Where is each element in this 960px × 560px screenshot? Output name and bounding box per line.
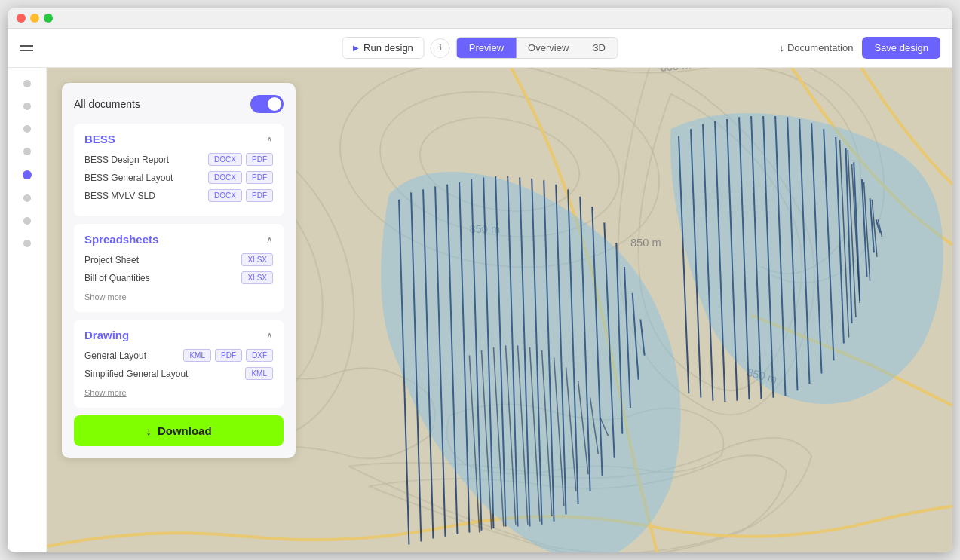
info-button[interactable]: ℹ	[431, 38, 450, 58]
play-icon: ▶	[353, 44, 359, 52]
bess-general-layout-row: BESS General Layout DOCX PDF	[84, 171, 273, 184]
simplified-general-layout-row: Simplified General Layout KML	[84, 367, 273, 380]
maximize-button[interactable]	[44, 14, 53, 23]
save-design-button[interactable]: Save design	[862, 37, 940, 59]
drawing-section-header: Drawing ∧	[84, 329, 273, 341]
sidebar-icon-2[interactable]	[23, 103, 31, 110]
spreadsheets-show-more[interactable]: Show more	[84, 292, 127, 301]
bess-mvlv-sld-row: BESS MVLV SLD DOCX PDF	[84, 189, 273, 202]
simplified-general-layout-badges: KML	[245, 367, 273, 380]
drawing-section: Drawing ∧ General Layout KML PDF DXF	[74, 320, 284, 408]
bess-design-report-docx-badge[interactable]: DOCX	[208, 153, 242, 166]
drawing-chevron-icon[interactable]: ∧	[266, 330, 273, 341]
bess-general-layout-pdf-badge[interactable]: PDF	[246, 171, 273, 184]
panel-header: All documents ✓	[74, 95, 284, 113]
general-layout-dxf-badge[interactable]: DXF	[246, 349, 273, 362]
sidebar-icons	[8, 68, 47, 552]
project-sheet-badges: XLSX	[241, 253, 273, 266]
app-container: ▶ Run design ℹ Preview Overview 3D ↓ Doc…	[8, 29, 952, 552]
general-layout-row: General Layout KML PDF DXF	[84, 349, 273, 362]
svg-text:850 m: 850 m	[630, 237, 661, 249]
general-layout-name: General Layout	[84, 350, 146, 361]
bess-mvlv-sld-badges: DOCX PDF	[208, 189, 273, 202]
download-icon: ↓	[779, 42, 784, 54]
view-tabs: Preview Overview 3D	[456, 37, 618, 59]
bess-section: BESS ∧ BESS Design Report DOCX PDF BESS …	[74, 124, 284, 216]
all-documents-toggle[interactable]: ✓	[250, 95, 284, 113]
sidebar-icon-6[interactable]	[23, 194, 31, 202]
bess-general-layout-docx-badge[interactable]: DOCX	[208, 171, 242, 184]
bess-mvlv-sld-docx-badge[interactable]: DOCX	[208, 189, 242, 202]
general-layout-kml-badge[interactable]: KML	[183, 349, 211, 362]
general-layout-badges: KML PDF DXF	[183, 349, 273, 362]
bill-quantities-badges: XLSX	[241, 271, 273, 284]
bess-title: BESS	[84, 133, 115, 145]
project-sheet-row: Project Sheet XLSX	[84, 253, 273, 266]
project-sheet-xlsx-badge[interactable]: XLSX	[241, 253, 273, 266]
map-area[interactable]: 800 m 850 m 850 m 850 m	[47, 68, 952, 552]
simplified-layout-kml-badge[interactable]: KML	[245, 367, 273, 380]
spreadsheets-chevron-icon[interactable]: ∧	[266, 234, 273, 245]
info-icon: ℹ	[439, 43, 442, 53]
run-design-label: Run design	[363, 42, 413, 54]
sidebar-icon-1[interactable]	[23, 80, 31, 87]
download-button[interactable]: ↓ Download	[74, 415, 284, 446]
bess-design-report-badges: DOCX PDF	[208, 153, 273, 166]
bill-quantities-xlsx-badge[interactable]: XLSX	[241, 271, 273, 284]
bess-general-layout-name: BESS General Layout	[84, 173, 173, 183]
simplified-general-layout-name: Simplified General Layout	[84, 369, 188, 379]
bess-section-header: BESS ∧	[84, 133, 273, 145]
bess-mvlv-sld-pdf-badge[interactable]: PDF	[246, 189, 273, 202]
documentation-label: Documentation	[787, 42, 853, 54]
navbar: ▶ Run design ℹ Preview Overview 3D ↓ Doc…	[8, 29, 952, 68]
download-label: Download	[158, 424, 212, 437]
drawing-show-more[interactable]: Show more	[84, 388, 127, 397]
main-content: 800 m 850 m 850 m 850 m	[8, 68, 952, 552]
bess-general-layout-badges: DOCX PDF	[208, 171, 273, 184]
browser-window: ▶ Run design ℹ Preview Overview 3D ↓ Doc…	[8, 8, 952, 552]
tab-preview[interactable]: Preview	[457, 38, 516, 58]
bess-chevron-icon[interactable]: ∧	[266, 134, 273, 145]
spreadsheets-title: Spreadsheets	[84, 233, 158, 246]
general-layout-pdf-badge[interactable]: PDF	[215, 349, 242, 362]
close-button[interactable]	[17, 14, 26, 23]
toggle-check-icon: ✓	[274, 100, 280, 109]
sidebar-icon-8[interactable]	[23, 240, 31, 247]
browser-titlebar	[8, 8, 952, 29]
documentation-link[interactable]: ↓ Documentation	[779, 42, 853, 54]
bess-design-report-row: BESS Design Report DOCX PDF	[84, 153, 273, 166]
bess-design-report-pdf-badge[interactable]: PDF	[246, 153, 273, 166]
spreadsheets-section: Spreadsheets ∧ Project Sheet XLSX Bill o…	[74, 224, 284, 312]
all-documents-label: All documents	[74, 98, 140, 110]
sidebar-icon-7[interactable]	[23, 217, 31, 225]
minimize-button[interactable]	[30, 14, 39, 23]
spreadsheets-section-header: Spreadsheets ∧	[84, 233, 273, 246]
bill-quantities-row: Bill of Quantities XLSX	[84, 271, 273, 284]
documents-panel: All documents ✓ BESS ∧ BESS Design Repor…	[62, 83, 296, 458]
navbar-right: ↓ Documentation Save design	[779, 37, 940, 59]
project-sheet-name: Project Sheet	[84, 255, 139, 265]
sidebar-icon-5[interactable]	[23, 170, 32, 179]
menu-button[interactable]	[20, 36, 44, 60]
sidebar-icon-3[interactable]	[23, 125, 31, 133]
bill-quantities-name: Bill of Quantities	[84, 273, 150, 283]
run-design-button[interactable]: ▶ Run design	[342, 37, 425, 59]
tab-overview[interactable]: Overview	[516, 38, 581, 58]
drawing-title: Drawing	[84, 329, 129, 341]
bess-design-report-name: BESS Design Report	[84, 155, 169, 165]
navbar-center: ▶ Run design ℹ Preview Overview 3D	[342, 37, 618, 59]
tab-3d[interactable]: 3D	[581, 38, 618, 58]
sidebar-icon-4[interactable]	[23, 148, 31, 155]
download-icon: ↓	[146, 424, 152, 437]
bess-mvlv-sld-name: BESS MVLV SLD	[84, 191, 155, 201]
